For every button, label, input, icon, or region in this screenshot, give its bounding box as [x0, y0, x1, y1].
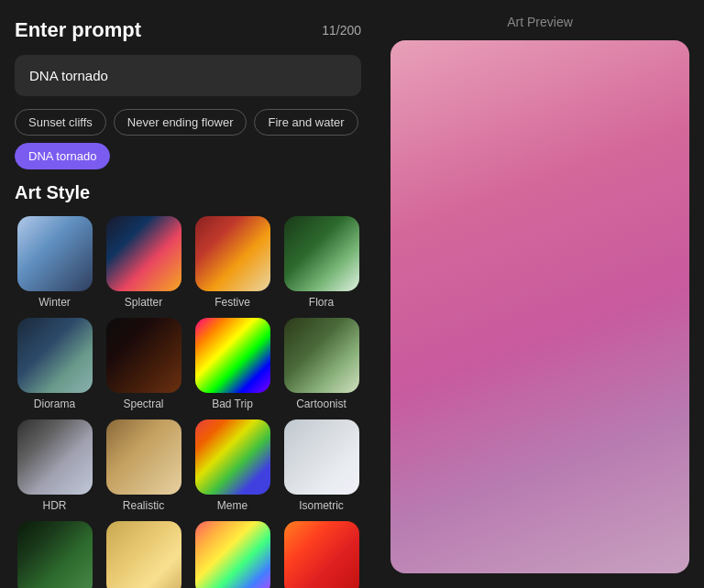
style-item-diorama[interactable]: Diorama	[15, 318, 94, 410]
left-panel: Enter prompt 11/200 Sunset cliffs Never …	[0, 0, 376, 588]
style-item-realistic[interactable]: Realistic	[104, 419, 183, 512]
style-label-spectral: Spectral	[123, 397, 163, 410]
prompt-input[interactable]	[15, 55, 361, 96]
art-style-title: Art Style	[15, 182, 361, 203]
style-label-cartoonist: Cartoonist	[296, 397, 346, 410]
style-label-winter: Winter	[38, 296, 71, 309]
style-img-festive	[195, 216, 270, 291]
style-label-bad-trip: Bad Trip	[212, 397, 253, 410]
style-label-hdr: HDR	[43, 499, 67, 512]
style-img-diorama	[17, 318, 93, 393]
style-item-winter[interactable]: Winter	[15, 216, 94, 309]
style-label-diorama: Diorama	[34, 397, 75, 410]
char-count: 11/200	[322, 23, 361, 38]
style-img-colorful	[195, 521, 270, 588]
style-item-cartoonist[interactable]: Cartoonist	[281, 318, 361, 410]
style-item-meme[interactable]: Meme	[192, 419, 272, 512]
style-item-isometric[interactable]: Isometric	[281, 419, 361, 512]
style-label-meme: Meme	[217, 499, 248, 512]
style-img-hdr	[17, 419, 93, 495]
style-img-realistic	[106, 419, 182, 495]
style-img-cartoonist	[284, 318, 359, 393]
suggestions-row: Sunset cliffs Never ending flower Fire a…	[15, 109, 361, 169]
style-item-splatter[interactable]: Splatter	[104, 216, 183, 309]
suggestion-dna-tornado[interactable]: DNA tornado	[15, 143, 110, 169]
art-preview-title: Art Preview	[507, 15, 573, 29]
style-img-splatter	[106, 216, 182, 291]
style-img-cow	[106, 521, 182, 588]
style-item-festive[interactable]: Festive	[192, 216, 272, 309]
style-item-flora[interactable]: Flora	[281, 216, 361, 309]
suggestion-never-ending-flower[interactable]: Never ending flower	[114, 109, 248, 136]
style-item-forest[interactable]: Forest	[15, 521, 94, 588]
style-label-isometric: Isometric	[299, 499, 344, 512]
style-label-flora: Flora	[309, 296, 334, 309]
style-item-colorful[interactable]: Colorful	[192, 521, 272, 588]
style-img-winter	[17, 216, 93, 291]
style-grid: Winter Splatter Festive Flora Diorama Sp…	[15, 216, 361, 588]
style-item-bad-trip[interactable]: Bad Trip	[192, 318, 272, 410]
art-preview-image	[390, 40, 689, 573]
style-item-hdr[interactable]: HDR	[15, 419, 94, 512]
style-item-llama[interactable]: Llama	[281, 521, 361, 588]
style-img-spectral	[106, 318, 182, 393]
page-title: Enter prompt	[15, 18, 141, 42]
style-img-flora	[284, 216, 359, 291]
suggestion-fire-and-water[interactable]: Fire and water	[254, 109, 358, 136]
style-img-isometric	[284, 419, 359, 495]
header-row: Enter prompt 11/200	[15, 18, 361, 42]
style-img-bad-trip	[195, 318, 270, 393]
style-item-spectral[interactable]: Spectral	[104, 318, 183, 410]
style-label-realistic: Realistic	[123, 499, 164, 512]
style-img-forest	[17, 521, 93, 588]
style-item-cow[interactable]: Cow	[104, 521, 183, 588]
style-label-splatter: Splatter	[125, 296, 162, 309]
right-panel: Art Preview	[376, 0, 704, 588]
suggestion-sunset-cliffs[interactable]: Sunset cliffs	[15, 109, 106, 136]
style-img-meme	[195, 419, 270, 495]
style-img-llama	[284, 521, 359, 588]
style-label-festive: Festive	[214, 296, 250, 309]
